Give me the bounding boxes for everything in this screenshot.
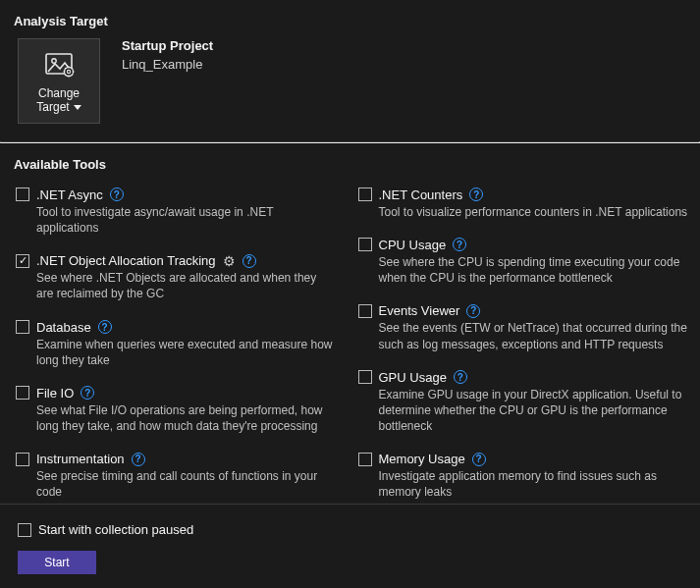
tool-name: .NET Async [36,187,103,202]
info-icon[interactable]: ? [454,370,467,384]
tool-description: See where the CPU is spending time execu… [358,254,691,286]
tool-checkbox[interactable] [358,304,372,318]
tool-description: See precise timing and call counts of fu… [16,468,349,500]
info-icon[interactable]: ? [132,453,145,466]
tool-checkbox[interactable] [16,453,29,466]
tool-item: CPU Usage?See where the CPU is spending … [358,232,701,297]
tool-checkbox[interactable] [358,187,372,201]
tool-item: .NET Async?Tool to investigate async/awa… [16,182,358,247]
tool-description: Examine when queries were executed and m… [16,337,349,368]
tool-name: Instrumentation [36,452,125,466]
tool-description: See the events (ETW or NetTrace) that oc… [358,320,691,351]
tool-name: Events Viewer [379,303,460,318]
tool-item: GPU Usage?Examine GPU usage in your Dire… [358,364,701,447]
tool-description: See what File I/O operations are being p… [16,402,349,434]
tool-name: CPU Usage [379,238,447,252]
picture-gear-icon [43,49,75,80]
startup-project-title: Startup Project [122,38,213,57]
tool-checkbox[interactable] [16,386,29,400]
svg-line-10 [72,68,73,69]
tool-item: Memory Usage?Investigate application mem… [358,446,701,511]
startup-project-name: Linq_Example [122,57,213,72]
tool-description: Examine GPU usage in your DirectX applic… [358,387,691,435]
tool-item: .NET Object Allocation Tracking⚙?See whe… [16,247,358,313]
info-icon[interactable]: ? [242,254,256,268]
info-icon[interactable]: ? [453,238,466,251]
start-paused-checkbox[interactable] [18,523,31,537]
available-tools-heading: Available Tools [0,143,700,182]
svg-line-11 [65,75,66,76]
tool-description: Tool to visualize performance counters i… [358,204,691,220]
svg-line-9 [72,75,73,76]
tool-item: Events Viewer?See the events (ETW or Net… [358,297,701,363]
tool-name: .NET Object Allocation Tracking [36,253,216,268]
tool-checkbox[interactable] [16,254,29,268]
tool-description: Tool to investigate async/await usage in… [16,204,349,236]
tool-name: GPU Usage [379,370,447,385]
tool-item: Instrumentation?See precise timing and c… [16,446,358,511]
tool-name: .NET Counters [379,187,463,202]
analysis-target-heading: Analysis Target [0,0,700,38]
info-icon[interactable]: ? [469,187,483,201]
svg-line-8 [65,68,66,69]
tool-item: .NET Counters?Tool to visualize performa… [358,182,701,232]
tool-checkbox[interactable] [16,187,29,201]
tool-item: File IO?See what File I/O operations are… [16,380,358,446]
info-icon[interactable]: ? [466,304,480,318]
info-icon[interactable]: ? [81,386,94,400]
tool-name: Database [36,320,91,335]
start-button[interactable]: Start [18,551,96,574]
gear-icon[interactable]: ⚙ [223,254,236,268]
change-target-label: Change Target [36,86,81,115]
chevron-down-icon [74,105,81,110]
tool-checkbox[interactable] [358,238,372,251]
tool-description: Investigate application memory to find i… [358,468,691,500]
tool-checkbox[interactable] [16,320,29,334]
info-icon[interactable]: ? [110,187,124,201]
info-icon[interactable]: ? [472,453,486,466]
tool-description: See where .NET Objects are allocated and… [16,270,349,301]
tool-name: Memory Usage [379,452,465,466]
tool-item: Database?Examine when queries were execu… [16,314,358,380]
start-paused-label: Start with collection paused [38,522,193,537]
tool-checkbox[interactable] [358,453,372,466]
tool-checkbox[interactable] [358,370,372,384]
change-target-button[interactable]: Change Target [18,38,100,124]
info-icon[interactable]: ? [98,320,112,334]
tool-name: File IO [36,386,74,401]
svg-point-1 [52,59,56,63]
